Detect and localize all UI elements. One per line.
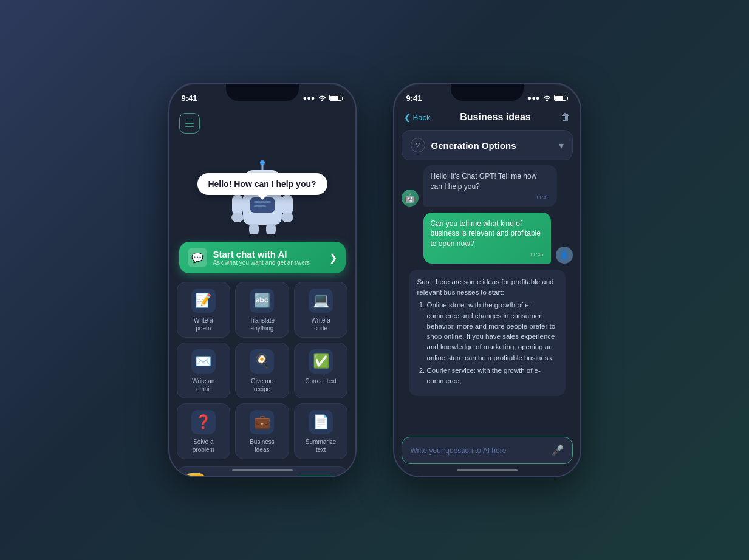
right-signal-icon: ●●● [528,94,540,101]
feature-correct-text[interactable]: ✅ Correct text [294,343,348,398]
start-chat-text-group: Start chat with AI Ask what you want and… [213,249,323,266]
right-time: 9:41 [406,94,422,103]
right-status-icons: ●●● [528,94,568,102]
correct-text-label: Correct text [305,377,337,385]
svg-rect-18 [249,224,259,234]
chat-input-wrapper[interactable]: Write your question to AI here 🎤 [402,437,573,464]
back-chevron-icon: ❮ [404,113,411,122]
help-icon: ? [411,138,425,152]
feature-grid: 📝 Write apoem 🔤 Translateanything 💻 Writ… [169,282,355,459]
ai-avatar-1: 🤖 [402,190,419,207]
right-battery-icon [554,95,568,101]
feature-business-ideas[interactable]: 💼 Businessideas [235,403,289,459]
user-bubble-1: Can you tell me what kind of business is… [423,213,551,264]
trash-icon[interactable]: 🗑 [561,112,570,123]
user-avatar-1: 👤 [556,247,573,264]
solve-problem-label: Solve aproblem [193,438,214,454]
svg-point-16 [231,213,244,222]
menu-button[interactable] [179,113,200,134]
left-phone: 9:41 ●●● [168,83,357,477]
feature-recipe[interactable]: 🍳 Give merecipe [235,343,289,398]
correct-text-icon: ✅ [309,349,333,374]
back-button[interactable]: ❮ Back [404,113,431,122]
wifi-icon [318,94,327,102]
ai-long-intro: Sure, here are some ideas for profitable… [417,277,557,298]
feature-solve-problem[interactable]: ❓ Solve aproblem [177,403,231,459]
feature-summarize[interactable]: 📄 Summarizetext [294,403,348,459]
svg-point-17 [281,213,293,222]
question-mark: ? [416,141,420,150]
business-ideas-label: Businessideas [250,438,275,454]
generation-options-bar[interactable]: ? Generation Options ▾ [402,130,573,160]
user-message-text-1: Can you tell me what kind of business is… [431,219,544,249]
microphone-icon[interactable]: 🎤 [552,445,564,456]
upgrade-bar: 💎 Upgrade to Pro Unlock all features Upg… [177,466,348,477]
left-header [169,107,355,140]
chat-icon: 💬 [188,248,207,267]
write-poem-label: Write apoem [194,316,213,332]
chat-phone-content: ❮ Back Business ideas 🗑 ? Generation Opt… [394,107,580,476]
write-code-label: Write acode [311,316,330,332]
upgrade-title: Upgrade to Pro [211,476,290,478]
left-phone-content: Hello! How can I help you? [169,107,355,476]
ai-list-item-1: Online store: with the growth of e-comme… [427,300,557,363]
write-email-label: Write anemail [192,377,214,393]
summarize-icon: 📄 [309,410,333,434]
summarize-label: Summarizetext [306,438,337,454]
business-ideas-icon: 💼 [250,410,274,434]
start-chat-title: Start chat with AI [213,249,323,259]
menu-icon [185,120,194,128]
upgrade-button[interactable]: Upgrade [296,476,340,477]
ai-long-message: Sure, here are some ideas for profitable… [409,270,566,397]
recipe-icon: 🍳 [250,349,274,374]
svg-rect-15 [282,194,293,216]
chat-home-indicator [457,469,518,471]
svg-rect-13 [254,205,266,207]
recipe-label: Give merecipe [251,377,273,393]
speech-bubble: Hello! How can I help you? [197,173,327,195]
ai-list-item-2: Courier service: with the growth of e-co… [427,366,557,387]
user-message-1: Can you tell me what kind of business is… [402,213,573,264]
start-chat-arrow-icon: ❯ [329,252,337,264]
start-chat-subtitle: Ask what you want and get answers [213,259,323,266]
svg-rect-19 [266,224,276,234]
right-wifi-icon [542,94,552,102]
upgrade-text-group: Upgrade to Pro Unlock all features [211,476,290,478]
svg-rect-14 [232,194,243,216]
chat-messages-container: 🤖 Hello! it's Chat GPT! Tell me how can … [394,165,580,432]
left-status-icons: ●●● [303,94,343,102]
gen-options-label: Generation Options [431,140,553,151]
svg-point-8 [260,160,265,165]
translate-icon: 🔤 [250,289,274,313]
write-email-icon: ✉️ [191,349,216,374]
write-poem-icon: 📝 [191,289,216,313]
ai-long-list: Online store: with the growth of e-comme… [417,300,557,386]
home-indicator [232,469,293,471]
ai-message-time-1: 11:45 [431,194,550,200]
signal-icon: ●●● [303,94,315,101]
phone-notch [226,84,299,101]
ai-message-text-1: Hello! it's Chat GPT! Tell me how can I … [431,171,550,192]
feature-translate[interactable]: 🔤 Translateanything [235,282,289,338]
chevron-down-icon: ▾ [559,140,564,151]
translate-label: Translateanything [250,316,275,332]
back-label: Back [413,113,431,122]
chat-screen-title: Business ideas [460,112,531,123]
svg-rect-12 [254,201,271,203]
user-message-time-1: 11:45 [431,251,544,258]
chat-nav: ❮ Back Business ideas 🗑 [394,107,580,128]
right-phone: 9:41 ●●● ❮ Back Business ideas 🗑 [393,83,581,477]
write-code-icon: 💻 [309,289,333,313]
feature-write-poem[interactable]: 📝 Write apoem [177,282,231,338]
left-time: 9:41 [182,94,197,103]
feature-write-code[interactable]: 💻 Write acode [294,282,348,338]
battery-icon [329,95,343,101]
solve-problem-icon: ❓ [191,410,216,434]
start-chat-button[interactable]: 💬 Start chat with AI Ask what you want a… [179,242,346,273]
ai-message-1: 🤖 Hello! it's Chat GPT! Tell me how can … [402,165,573,207]
feature-write-email[interactable]: ✉️ Write anemail [177,343,231,398]
gem-icon: 💎 [185,473,205,477]
chat-input-placeholder: Write your question to AI here [411,446,547,455]
ai-bubble-1: Hello! it's Chat GPT! Tell me how can I … [423,165,557,207]
chat-phone-notch [451,84,524,101]
